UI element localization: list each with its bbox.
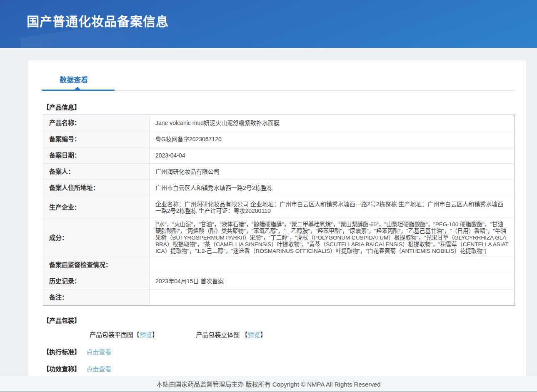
bracket-open: 【 bbox=[133, 331, 140, 338]
row-value: 2023年04月15日 首次备案 bbox=[150, 273, 515, 290]
execution-standard-row: 【执行标准】 点击查看 bbox=[43, 347, 526, 356]
row-value: 广州市白云区人和镇秀水塘西一路2号2栋整栋 bbox=[150, 180, 515, 196]
product-info-section-title: 【产品信息】 bbox=[43, 102, 526, 111]
table-row: 备案日期： 2023-04-04 bbox=[43, 147, 515, 164]
packaging-section-title: 【产品包装】 bbox=[43, 316, 526, 325]
row-value: 2023-04-04 bbox=[150, 147, 515, 164]
execution-standard-view-link[interactable]: 点击查看 bbox=[86, 348, 111, 355]
table-row: 历史记录： 2023年04月15日 首次备案 bbox=[43, 273, 515, 290]
bracket-close: 】 bbox=[152, 331, 158, 338]
row-value bbox=[150, 257, 515, 273]
row-label: 备案后监督检查情况： bbox=[43, 257, 150, 273]
row-label: 历史记录： bbox=[43, 273, 150, 290]
row-label: 备案人住所地址： bbox=[43, 180, 150, 196]
table-row: 备案人住所地址： 广州市白云区人和镇秀水塘西一路2号2栋整栋 bbox=[43, 180, 515, 196]
copyright-text: 本站由国家药品监督管理局主办 版权所有 Copyright © NMPA All… bbox=[156, 380, 380, 388]
efficacy-claim-view-link[interactable]: 点击查看 bbox=[86, 365, 111, 372]
table-row: 生产企业： 企业名称：广州润研化妆品有限公司 企业地址：广州市白云区人和镇秀水塘… bbox=[43, 196, 515, 219]
page-title: 国产普通化妆品备案信息 bbox=[0, 0, 537, 30]
product-info-table: 产品名称： Jane volcanic mud妍泥火山泥舒缓紧致补水面膜 备案编… bbox=[43, 115, 515, 306]
page-header: 国产普通化妆品备案信息 bbox=[0, 0, 537, 48]
row-label: 备案日期： bbox=[43, 147, 150, 164]
tab-active-arrow-icon bbox=[74, 87, 81, 90]
efficacy-claim-row: 【功效宣称】 点击查看 bbox=[43, 364, 526, 373]
row-label: 生产企业： bbox=[43, 196, 150, 219]
row-label: 产品名称： bbox=[43, 115, 150, 131]
row-value: 广州润研化妆品有限公司 bbox=[150, 164, 515, 180]
packaging-flat-label: 产品包装平面图 bbox=[90, 331, 133, 338]
tab-underline bbox=[42, 90, 515, 91]
packaging-flat-preview-link[interactable]: 预览 bbox=[140, 331, 152, 338]
table-row: 产品名称： Jane volcanic mud妍泥火山泥舒缓紧致补水面膜 bbox=[43, 115, 515, 131]
row-value bbox=[150, 290, 515, 306]
efficacy-claim-label: 【功效宣称】 bbox=[43, 365, 80, 372]
packaging-3d-label: 产品包装立体图 bbox=[196, 331, 241, 338]
row-value: 粤G妆网备字2023067120 bbox=[150, 131, 515, 147]
execution-standard-label: 【执行标准】 bbox=[43, 348, 80, 355]
table-row: 成分： ["水"，"火山泥"，"甘油"，"液体石蜡"，"鲸蜡硬脂醇"，"聚二甲基… bbox=[43, 219, 515, 257]
row-value: 企业名称：广州润研化妆品有限公司 企业地址：广州市白云区人和镇秀水塘西一路2号2… bbox=[150, 196, 515, 219]
row-label: 备注： bbox=[43, 290, 150, 306]
packaging-flat-item: 产品包装平面图【预览】 bbox=[90, 331, 160, 338]
row-label: 备案人： bbox=[43, 164, 150, 180]
table-row: 备案后监督检查情况： bbox=[43, 257, 515, 273]
table-row: 备案人： 广州润研化妆品有限公司 bbox=[43, 164, 515, 180]
tab-data-view[interactable]: 数据查看 bbox=[60, 74, 88, 90]
table-row: 备案编号： 粤G妆网备字2023067120 bbox=[43, 131, 515, 147]
row-value: ["水"，"火山泥"，"甘油"，"液体石蜡"，"鲸蜡硬脂醇"，"聚二甲基硅氧烷"… bbox=[150, 219, 515, 257]
bracket-open: 【 bbox=[241, 331, 247, 338]
packaging-3d-preview-link[interactable]: 预览 bbox=[247, 331, 260, 338]
tab-bar: 数据查看 bbox=[28, 60, 526, 91]
table-row: 备注： bbox=[43, 290, 515, 306]
row-label: 备案编号： bbox=[43, 131, 150, 147]
content-card: 数据查看 【产品信息】 产品名称： Jane volcanic mud妍泥火山泥… bbox=[28, 60, 526, 392]
row-label: 成分： bbox=[43, 219, 150, 257]
bracket-close: 】 bbox=[260, 331, 266, 338]
packaging-3d-item: 产品包装立体图 【预览】 bbox=[196, 331, 266, 338]
page-footer: 本站由国家药品监督管理局主办 版权所有 Copyright © NMPA All… bbox=[0, 376, 537, 391]
row-value: Jane volcanic mud妍泥火山泥舒缓紧致补水面膜 bbox=[150, 115, 515, 131]
product-info-table-body: 产品名称： Jane volcanic mud妍泥火山泥舒缓紧致补水面膜 备案编… bbox=[43, 115, 515, 306]
packaging-row: 产品包装平面图【预览】 产品包装立体图 【预览】 bbox=[43, 330, 526, 339]
